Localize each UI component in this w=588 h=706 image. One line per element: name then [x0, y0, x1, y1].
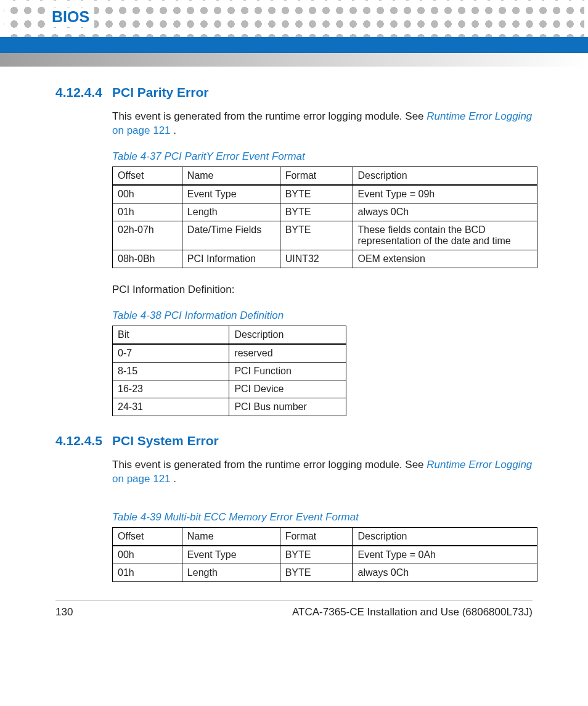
- table-caption: Table 4-38 PCI Information Definition: [112, 310, 533, 322]
- table-header-row: Offset Name Format Description: [113, 527, 537, 546]
- table-row: 02h-07h Date/Time Fields BYTE These fiel…: [113, 221, 537, 250]
- page-footer: 130 ATCA-7365-CE Installation and Use (6…: [55, 601, 533, 631]
- table-caption: Table 4-37 PCI ParitY Error Event Format: [112, 150, 533, 163]
- header-gray-fade: [0, 53, 588, 67]
- section-title: PCI Parity Error: [112, 85, 208, 100]
- table-row: 0-7 reserved: [113, 344, 346, 363]
- table-row: 08h-0Bh PCI Information UINT32 OEM exten…: [113, 250, 537, 268]
- cross-reference-page[interactable]: on page 121: [112, 125, 171, 136]
- table-caption: Table 4-39 Multi-bit ECC Memory Error Ev…: [112, 511, 533, 523]
- section-title: PCI System Error: [112, 433, 219, 448]
- section-paragraph: This event is generated from the runtime…: [112, 458, 533, 486]
- header-blue-bar: [0, 37, 588, 53]
- table-row: 00h Event Type BYTE Event Type = 0Ah: [113, 546, 537, 564]
- pci-info-label: PCI Information Definition:: [112, 283, 533, 297]
- table-row: 24-31 PCI Bus number: [113, 398, 346, 416]
- pci-information-definition-table: Bit Description 0-7 reserved 8-15 PCI Fu…: [112, 326, 346, 416]
- section-paragraph: This event is generated from the runtime…: [112, 110, 533, 138]
- table-header-row: Bit Description: [113, 326, 346, 344]
- table-header-row: Offset Name Format Description: [113, 166, 537, 185]
- table-row: 01h Length BYTE always 0Ch: [113, 203, 537, 221]
- section-number: 4.12.4.5: [55, 433, 112, 448]
- cross-reference-page[interactable]: on page 121: [112, 473, 171, 485]
- section-heading: 4.12.4.5 PCI System Error: [55, 433, 533, 448]
- pci-parity-error-table: Offset Name Format Description 00h Event…: [112, 166, 537, 268]
- section-heading: 4.12.4.4 PCI Parity Error: [55, 85, 533, 100]
- cross-reference-link[interactable]: Runtime Error Logging: [427, 459, 532, 470]
- table-row: 8-15 PCI Function: [113, 362, 346, 380]
- table-row: 01h Length BYTE always 0Ch: [113, 564, 537, 581]
- section-number: 4.12.4.4: [55, 85, 112, 100]
- multi-bit-ecc-table: Offset Name Format Description 00h Event…: [112, 527, 537, 582]
- table-row: 16-23 PCI Device: [113, 380, 346, 398]
- page-number: 130: [55, 606, 73, 618]
- header-dot-pattern: BIOS: [4, 0, 584, 37]
- cross-reference-link[interactable]: Runtime Error Logging: [427, 110, 532, 122]
- chapter-title: BIOS: [47, 7, 94, 27]
- document-title: ATCA-7365-CE Installation and Use (68068…: [292, 606, 533, 618]
- table-row: 00h Event Type BYTE Event Type = 09h: [113, 185, 537, 203]
